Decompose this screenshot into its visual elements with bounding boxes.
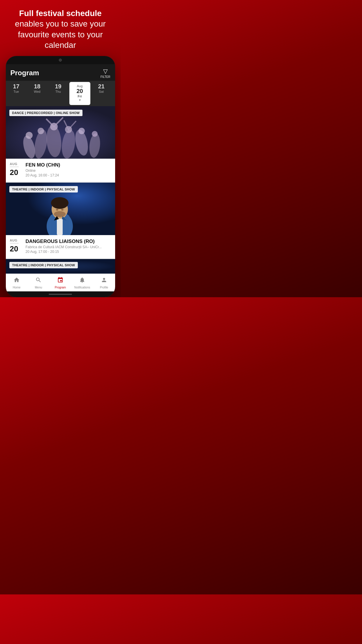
date-selector: 17 Tue 18 Wed 19 Thu Aug 20 Fri ▾ 21 xyxy=(6,81,115,106)
ev-month-2: AUG xyxy=(10,239,17,242)
hero-normal: enables you to save your favourite event… xyxy=(15,19,106,50)
event-details-dance: FEN MO (CHN) Online 20 Aug, 16:00 - 17:2… xyxy=(26,162,111,177)
svg-point-25 xyxy=(51,197,68,209)
event-image-theatre: THEATRE | INDOOR | PHYSICAL SHOW xyxy=(6,183,115,235)
app-header: Program ▽ FILTER xyxy=(6,64,115,81)
svg-point-28 xyxy=(54,211,66,217)
ev-title-2: DANGEROUS LIAISONS (RO) xyxy=(26,239,111,244)
date-item-17[interactable]: 17 Tue xyxy=(6,81,27,106)
calendar-icon xyxy=(57,277,64,285)
search-icon xyxy=(35,277,42,285)
event-tag-theatre: THEATRE | INDOOR | PHYSICAL SHOW xyxy=(9,186,78,192)
phone-frame: Program ▽ FILTER 17 Tue 18 Wed 19 Thu xyxy=(6,56,115,297)
ev-divider-1 xyxy=(10,167,19,167)
svg-point-5 xyxy=(38,128,44,134)
phone-bottom xyxy=(6,291,115,297)
date-chevron: ▾ xyxy=(71,98,89,103)
nav-item-notifications[interactable]: Notifications xyxy=(71,274,93,291)
event-date-dance: AUG 20 xyxy=(10,162,22,177)
svg-point-3 xyxy=(26,132,33,139)
app-screen: Program ▽ FILTER 17 Tue 18 Wed 19 Thu xyxy=(6,64,115,291)
camera-dot xyxy=(59,59,62,62)
event-info-theatre: AUG 20 DANGEROUS LIAISONS (RO) Fabrica d… xyxy=(6,235,115,258)
date-item-18[interactable]: 18 Wed xyxy=(27,81,48,106)
ev-divider-2 xyxy=(10,243,19,244)
nav-label-home: Home xyxy=(13,286,21,289)
event-card-dance[interactable]: DANCE | PRERECORDED | ONLINE SHOW AUG 20… xyxy=(6,106,115,181)
event-image-theatre-2: THEATRE | INDOOR | PHYSICAL SHOW xyxy=(6,259,115,274)
nav-item-menu[interactable]: Menu xyxy=(28,274,50,291)
hero-text: Full festival schedule enables you to sa… xyxy=(0,0,121,56)
nav-item-program[interactable]: Program xyxy=(50,274,71,291)
nav-label-program: Program xyxy=(55,286,66,289)
ev-venue-2: Fabrica de Cultură IACM Construcții SA– … xyxy=(26,245,111,249)
svg-point-11 xyxy=(78,128,85,134)
nav-label-menu: Menu xyxy=(35,286,42,289)
date-item-20-active[interactable]: Aug 20 Fri ▾ xyxy=(69,82,90,105)
svg-point-26 xyxy=(56,209,58,211)
filter-label: FILTER xyxy=(101,75,110,78)
ev-venue-1: Online xyxy=(26,169,111,173)
filter-button[interactable]: ▽ FILTER xyxy=(101,68,110,78)
bottom-nav: Home Menu Program xyxy=(6,274,115,291)
events-list: DANCE | PRERECORDED | ONLINE SHOW AUG 20… xyxy=(6,106,115,274)
app-title: Program xyxy=(10,69,39,77)
date-item-19[interactable]: 19 Thu xyxy=(48,81,69,106)
event-card-theatre-2[interactable]: THEATRE | INDOOR | PHYSICAL SHOW xyxy=(6,259,115,274)
nav-label-profile: Profile xyxy=(100,286,108,289)
filter-icon: ▽ xyxy=(103,68,108,75)
ev-num-1: 20 xyxy=(10,168,18,177)
nav-item-home[interactable]: Home xyxy=(6,274,28,291)
profile-icon xyxy=(101,277,107,285)
phone-top-bar xyxy=(6,56,115,64)
ev-time-2: 20 Aug, 17:00 - 20:15 xyxy=(26,250,111,254)
event-image-dance: DANCE | PRERECORDED | ONLINE SHOW xyxy=(6,106,115,159)
ev-num-2: 20 xyxy=(10,244,18,253)
home-indicator xyxy=(49,294,72,295)
event-info-dance: AUG 20 FEN MO (CHN) Online 20 Aug, 16:00… xyxy=(6,159,115,181)
event-card-theatre[interactable]: THEATRE | INDOOR | PHYSICAL SHOW AUG 20 … xyxy=(6,183,115,258)
nav-label-notifications: Notifications xyxy=(74,286,90,289)
date-item-21[interactable]: 21 Sat xyxy=(91,81,112,106)
event-tag-theatre-2: THEATRE | INDOOR | PHYSICAL SHOW xyxy=(9,262,78,268)
svg-rect-23 xyxy=(57,218,63,235)
nav-item-profile[interactable]: Profile xyxy=(93,274,115,291)
bell-icon xyxy=(79,277,85,285)
svg-point-27 xyxy=(61,209,64,211)
ev-title-1: FEN MO (CHN) xyxy=(26,162,111,168)
event-date-theatre: AUG 20 xyxy=(10,239,22,253)
event-details-theatre: DANGEROUS LIAISONS (RO) Fabrica de Cultu… xyxy=(26,239,111,254)
ev-month-1: AUG xyxy=(10,162,17,166)
svg-point-13 xyxy=(92,131,98,137)
date-item-22[interactable]: 22 Sun xyxy=(112,81,115,106)
event-tag-dance: DANCE | PRERECORDED | ONLINE SHOW xyxy=(9,110,83,116)
ev-time-1: 20 Aug, 16:00 - 17:24 xyxy=(26,173,111,177)
hero-bold: Full festival schedule xyxy=(19,9,101,18)
home-icon xyxy=(13,277,20,285)
